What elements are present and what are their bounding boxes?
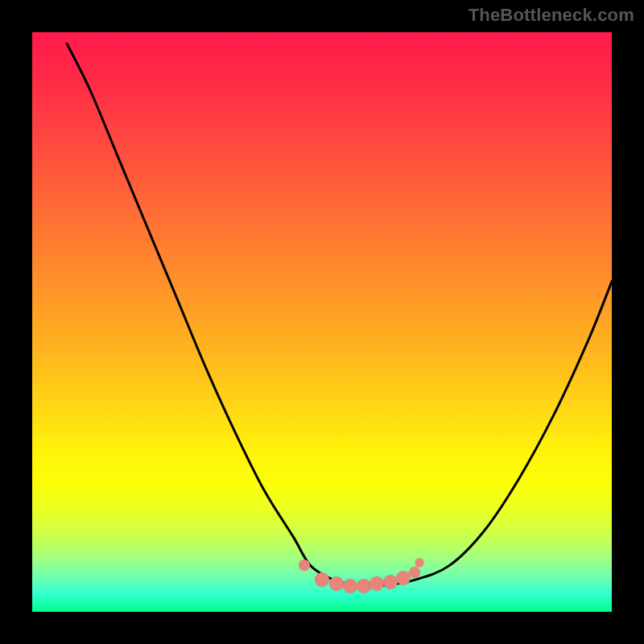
curve-path [67, 43, 612, 586]
trough-dot [329, 576, 344, 591]
trough-dot [299, 559, 310, 571]
trough-dot [357, 579, 371, 593]
chart-frame: TheBottleneck.com [0, 0, 644, 644]
plot-area [32, 32, 612, 612]
trough-dot [409, 567, 420, 578]
trough-dot [343, 579, 357, 593]
bottleneck-curve [32, 32, 612, 612]
trough-dot [415, 558, 423, 567]
trough-dot [369, 576, 384, 591]
watermark-text: TheBottleneck.com [469, 5, 634, 26]
trough-dot [396, 571, 411, 585]
trough-dot [315, 572, 329, 587]
